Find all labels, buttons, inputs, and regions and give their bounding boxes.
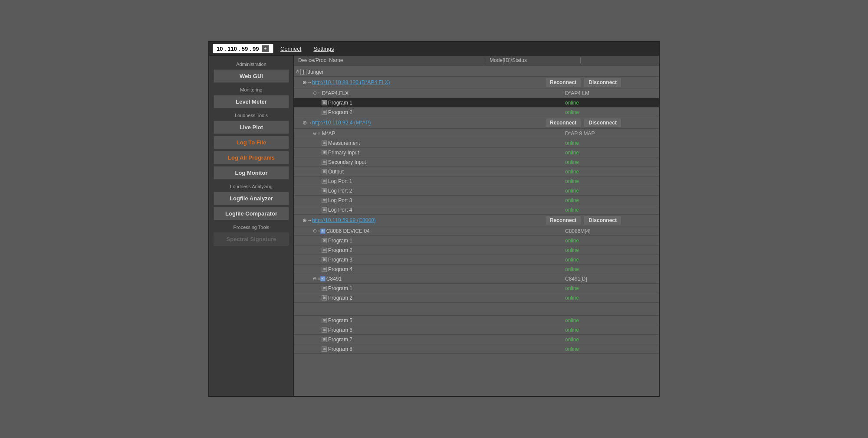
- menu-bar: Connect Settings: [279, 45, 335, 53]
- disconnect-btn-2[interactable]: Disconnect: [584, 118, 621, 127]
- check-c8086[interactable]: ✓: [320, 229, 326, 234]
- log-all-programs-button[interactable]: Log All Programs: [214, 151, 289, 164]
- prog-dap4-1-label[interactable]: Program 1: [328, 100, 352, 106]
- device-dap4-mode: D*AP4 LM: [563, 89, 659, 97]
- prog-icon-2: ⊞: [322, 110, 327, 115]
- sidebar: Administration Web GUI Monitoring Level …: [209, 56, 294, 396]
- prog-map-secondary: ⊞ Secondary Input online: [294, 157, 659, 167]
- prog-dap4-1-status: online: [565, 100, 579, 106]
- prog-c8086-3: ⊞ Program 3 online: [294, 255, 659, 265]
- prog-map-logport1: ⊞ Log Port 1 online: [294, 177, 659, 186]
- collapse-dap4[interactable]: ⊖: [313, 90, 317, 96]
- device-c8491-label: C8491: [326, 276, 342, 282]
- disconnect-btn-3[interactable]: Disconnect: [584, 216, 621, 225]
- spectral-signature-button: Spectral Signature: [214, 232, 289, 246]
- connection-2: ⊕→ http://10.110.92.4 (M*AP) Reconnect D…: [294, 117, 659, 129]
- category-loudness-analyzing: Loudness Analyzing: [214, 184, 289, 189]
- prog-map-logport3: ⊞ Log Port 3 online: [294, 196, 659, 205]
- category-administration: Administration: [214, 62, 289, 67]
- prog-c8086-2: ⊞ Program 2 online: [294, 245, 659, 255]
- reconnect-btn-2[interactable]: Reconnect: [545, 118, 581, 127]
- tree-area: ⊖ j Junger ⊕→ http://10.110.88.120 (D*AP…: [294, 65, 659, 396]
- prog-map-output: ⊞ Output online: [294, 167, 659, 177]
- empty-row: [294, 303, 659, 316]
- log-monitor-button[interactable]: Log Monitor: [214, 166, 289, 180]
- device-dap4-label: D*AP4.FLX: [322, 90, 349, 96]
- disconnect-btn-1[interactable]: Disconnect: [584, 78, 621, 87]
- junger-label: Junger: [308, 69, 324, 75]
- collapse-map[interactable]: ⊖: [313, 131, 317, 136]
- device-icon-map: ≡: [318, 131, 320, 136]
- connection-1-link[interactable]: http://10.110.88.120 (D*AP4.FLX): [312, 79, 390, 85]
- header-extra: [581, 57, 659, 63]
- prog-c8086-1: ⊞ Program 1 online: [294, 236, 659, 245]
- prog-icon: ⊞: [322, 100, 327, 105]
- prog-map-logport4: ⊞ Log Port 4 online: [294, 205, 659, 215]
- program-dap4-1: ⊞ Program 1 online: [294, 98, 659, 108]
- collapse-c8086[interactable]: ⊖: [313, 228, 317, 234]
- level-meter-button[interactable]: Level Meter: [214, 95, 289, 108]
- category-loudness-tools: Loudness Tools: [214, 113, 289, 118]
- settings-menu[interactable]: Settings: [312, 45, 335, 53]
- prog-dap4-2-status: online: [565, 109, 579, 115]
- prog-c8491-1: ⊞ Program 1 online: [294, 284, 659, 293]
- log-to-file-button[interactable]: Log To File: [214, 136, 289, 149]
- connection-1: ⊕→ http://10.110.88.120 (D*AP4.FLX) Reco…: [294, 77, 659, 88]
- arrow-icon-1: ⊕→: [302, 79, 312, 85]
- web-gui-button[interactable]: Web GUI: [214, 69, 289, 83]
- prog-map-logport2: ⊞ Log Port 2 online: [294, 186, 659, 196]
- reconnect-btn-1[interactable]: Reconnect: [545, 78, 581, 87]
- category-processing-tools: Processing Tools: [214, 225, 289, 230]
- device-dap4: ⊖ ≡ D*AP4.FLX D*AP4 LM: [294, 88, 659, 98]
- arrow-icon-2: ⊕→: [302, 120, 312, 126]
- device-c8491: ⊖ ≡ ✓ C8491 C8491[D]: [294, 274, 659, 284]
- prog-c8491-8: ⊞ Program 8 online: [294, 344, 659, 354]
- main-body: Administration Web GUI Monitoring Level …: [209, 56, 659, 396]
- title-bar: 10 . 110 . 59 . 99 + Connect Settings: [209, 42, 659, 56]
- device-c8086-label: C8086 DEVICE 04: [326, 228, 370, 234]
- device-icon-dap4: ≡: [318, 91, 320, 95]
- logfile-analyzer-button[interactable]: Logfile Analyzer: [214, 192, 289, 205]
- table-header: Device/Proc. Name Mode[ID]/Status: [294, 56, 659, 65]
- prog-map-primary: ⊞ Primary Input online: [294, 148, 659, 157]
- device-c8086-mode: C8086M[4]: [563, 227, 659, 235]
- live-plot-button[interactable]: Live Plot: [214, 121, 289, 134]
- prog-c8086-4: ⊞ Program 4 online: [294, 265, 659, 274]
- connect-menu[interactable]: Connect: [279, 45, 303, 53]
- device-map-mode: D*AP 8 MAP: [563, 130, 659, 137]
- device-map-label: M*AP: [322, 131, 335, 137]
- prog-c8491-7: ⊞ Program 7 online: [294, 335, 659, 344]
- prog-c8491-2: ⊞ Program 2 online: [294, 293, 659, 303]
- group-junger: ⊖ j Junger: [294, 67, 659, 77]
- prog-c8491-6: ⊞ Program 6 online: [294, 325, 659, 335]
- connection-3-link[interactable]: http://10.110.59.99 (C8000): [312, 217, 376, 223]
- prog-c8491-5: ⊞ Program 5 online: [294, 316, 659, 325]
- prog-map-measurement: ⊞ Measurement online: [294, 138, 659, 148]
- header-mode: Mode[ID]/Status: [485, 57, 581, 63]
- app-window: 10 . 110 . 59 . 99 + Connect Settings Ad…: [208, 41, 660, 397]
- collapse-c8491[interactable]: ⊖: [313, 276, 317, 281]
- reconnect-btn-3[interactable]: Reconnect: [545, 216, 581, 225]
- junger-icon: j: [300, 69, 306, 75]
- connection-2-link[interactable]: http://10.110.92.4 (M*AP): [312, 120, 371, 126]
- content-area: Device/Proc. Name Mode[ID]/Status ⊖ j Ju…: [294, 56, 659, 396]
- program-dap4-2: ⊞ Program 2 online: [294, 108, 659, 117]
- logfile-comparator-button[interactable]: Logfile Comparator: [214, 207, 289, 220]
- category-monitoring: Monitoring: [214, 87, 289, 92]
- device-map: ⊖ ≡ M*AP D*AP 8 MAP: [294, 129, 659, 138]
- check-c8491[interactable]: ✓: [320, 276, 326, 281]
- connection-3: ⊕→ http://10.110.59.99 (C8000) Reconnect…: [294, 215, 659, 226]
- header-device: Device/Proc. Name: [294, 57, 485, 63]
- ip-expand-button[interactable]: +: [262, 45, 269, 52]
- prog-dap4-2-label[interactable]: Program 2: [328, 109, 352, 115]
- device-c8086: ⊖ ≡ ✓ C8086 DEVICE 04 C8086M[4]: [294, 226, 659, 236]
- collapse-junger[interactable]: ⊖: [296, 69, 299, 75]
- device-c8491-mode: C8491[D]: [563, 275, 659, 283]
- ip-address-box[interactable]: 10 . 110 . 59 . 99 +: [213, 44, 273, 53]
- ip-address-text: 10 . 110 . 59 . 99: [217, 46, 259, 52]
- arrow-icon-3: ⊕→: [302, 217, 312, 223]
